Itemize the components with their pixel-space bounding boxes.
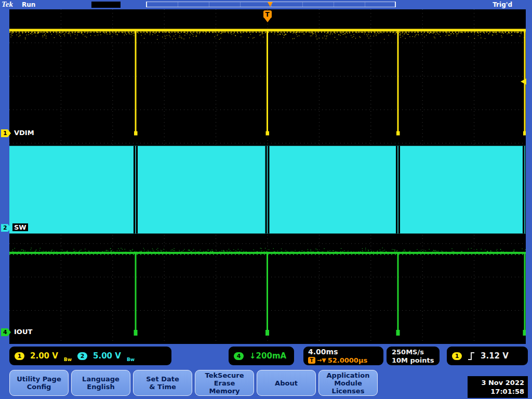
trigger-level-arrow-icon[interactable] [521,78,526,85]
button-line: English [87,383,114,391]
ch2-bandwidth-icon: Bw [127,357,135,362]
ch4-label: IOUT [12,328,34,336]
button-line: Language [82,375,119,383]
button-line: Memory [209,387,240,395]
application-module-licenses-button[interactable]: Application Module Licenses [318,370,378,396]
timebase-readout: 4.00ms T →▼ 52.0000µs [303,347,383,365]
datetime-display: 3 Nov 2022 17:01:58 [468,376,528,398]
trigger-flag-label: T [265,11,269,18]
horizontal-record-position-bar[interactable] [146,2,396,7]
trigger-source-badge: 1 [452,352,462,360]
button-line: Utility Page [17,375,61,383]
waveform-canvas [9,9,526,344]
time-value: 17:01:58 [490,387,524,396]
button-line: Module [334,379,362,387]
timebase-scale-value: 4.00ms [308,348,338,356]
acquisition-readout: 250MS/s 10M points [387,347,440,365]
oscilloscope-screen: Tek Run Trig'd T 1 VDIM 2 SW 4 IOUT 1 2.… [0,0,532,399]
trigger-delay-value: 52.0000µs [328,356,368,365]
button-line: Application [327,371,370,379]
ch4-scale-value: ↓200mA [249,351,286,361]
ch4-scale-readout: 4 ↓200mA [229,347,294,365]
sample-rate-value: 250MS/s [392,348,424,356]
rising-edge-slope-icon [468,352,475,361]
button-line: Licenses [332,387,365,395]
button-line: TekSecure [205,371,244,379]
utility-page-config-button[interactable]: Utility Page Config [9,370,69,396]
ch2-marker-number: 2 [3,224,7,231]
ch2-scale-value: 5.00 V [93,351,121,361]
trigger-delay-t-icon: T [308,357,315,364]
button-line: Set Date [146,375,179,383]
message-readout-area [91,2,121,8]
trigger-level-value: 3.12 V [481,351,509,361]
ch2-label: SW [12,223,28,231]
date-value: 3 Nov 2022 [481,378,524,387]
trigger-readout: 1 3.12 V [447,347,528,365]
language-button[interactable]: Language English [71,370,130,396]
acquisition-status: Run [22,1,35,8]
ch1-bandwidth-icon: Bw [64,357,72,362]
ch2-badge: 2 [77,352,87,360]
button-line: About [275,379,298,387]
ch1-label: VDIM [12,129,36,137]
tek-logo: Tek [2,0,13,9]
top-status-bar: Tek Run Trig'd [0,0,532,9]
bottom-menu-bar: Utility Page Config Language English Set… [0,368,532,399]
teksecure-erase-memory-button[interactable]: TekSecure Erase Memory [195,370,254,396]
record-length-value: 10M points [392,356,434,364]
about-button[interactable]: About [257,370,316,396]
ch1-badge: 1 [15,352,24,360]
ch1-marker-number: 1 [3,130,7,137]
waveform-display: T 1 VDIM 2 SW 4 IOUT [9,9,526,344]
trigger-delay-arrows-icon: →▼ [317,356,326,365]
ch1-scale-value: 2.00 V [30,351,58,361]
trigger-position-marker-icon [268,2,273,7]
ch4-badge: 4 [234,352,244,360]
button-line: Erase [214,379,235,387]
vertical-scale-readout: 1 2.00 V Bw 2 5.00 V Bw [9,347,171,365]
ch4-marker-number: 4 [3,329,7,336]
status-readout-bar: 1 2.00 V Bw 2 5.00 V Bw 4 ↓200mA 4.00ms … [0,344,532,368]
button-line: & Time [149,383,176,391]
button-line: Config [27,383,51,391]
trigger-delay-readout: T →▼ 52.0000µs [308,356,367,365]
trigger-time-flag-icon[interactable]: T [263,10,272,18]
set-date-time-button[interactable]: Set Date & Time [133,370,192,396]
trigger-status: Trig'd [493,1,512,8]
